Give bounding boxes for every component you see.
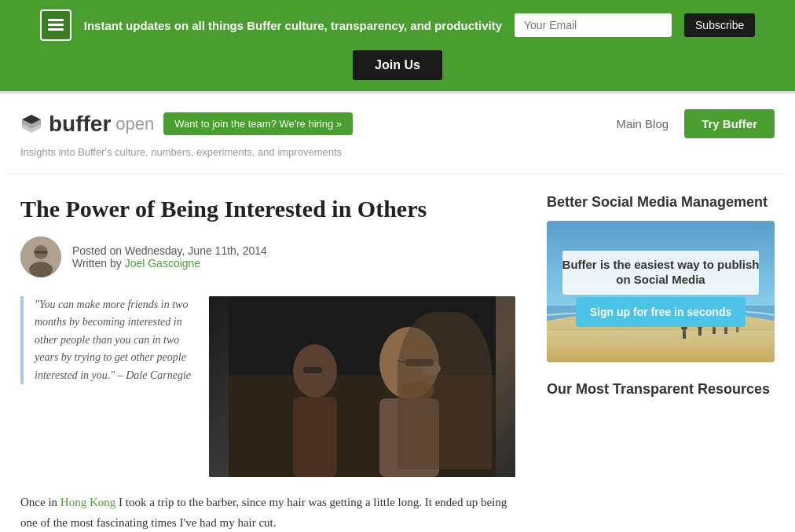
sidebar: Better Social Media Management (547, 193, 775, 532)
subscribe-button[interactable]: Subscribe (684, 13, 755, 37)
article-title: The Power of Being Interested in Others (20, 193, 515, 224)
sidebar-resources-title: Our Most Transparent Resources (547, 381, 775, 398)
buffer-stack-icon (20, 113, 42, 135)
svg-rect-14 (303, 367, 322, 373)
svg-point-17 (422, 362, 441, 375)
ad-headline: Buffer is the easiest way to publish on … (547, 257, 775, 288)
author-name-link[interactable]: Joel Gascoigne (125, 257, 201, 270)
svg-line-19 (398, 361, 405, 362)
logo-text: buffer (49, 112, 111, 137)
main-blog-link[interactable]: Main Blog (616, 117, 669, 130)
main-header: buffer open Want to join the team? We're… (5, 94, 790, 146)
article-body: "You can make more friends in two months… (20, 296, 515, 477)
svg-rect-18 (405, 359, 434, 366)
sidebar-ad-text-overlay: Buffer is the easiest way to publish on … (547, 257, 775, 327)
sidebar-ad: Buffer is the easiest way to publish on … (547, 221, 775, 362)
avatar-svg (20, 237, 61, 277)
svg-rect-11 (229, 375, 496, 477)
signup-free-button[interactable]: Sign up for free in seconds (576, 297, 746, 327)
main-content: The Power of Being Interested in Others … (20, 193, 515, 532)
blockquote-area: "You can make more friends in two months… (20, 296, 193, 477)
author-meta: Posted on Wednesday, June 11th, 2014 Wri… (72, 244, 267, 270)
try-buffer-button[interactable]: Try Buffer (684, 109, 775, 138)
article-blockquote: "You can make more friends in two months… (20, 296, 193, 384)
svg-rect-0 (48, 19, 64, 21)
article-photo-svg (229, 296, 496, 477)
tagline: Insights into Buffer's culture, numbers,… (5, 146, 790, 174)
svg-point-15 (379, 327, 439, 399)
beach-scene-image: Buffer is the easiest way to publish on … (547, 221, 775, 362)
stack-svg (20, 113, 42, 135)
svg-rect-13 (293, 397, 337, 477)
article-image (209, 296, 515, 477)
logo-area: buffer open Want to join the team? We're… (20, 112, 353, 137)
logo-open-text: open (115, 114, 154, 134)
banner-headline: Instant updates on all things Buffer cul… (84, 19, 502, 32)
sidebar-social-media-title: Better Social Media Management (547, 193, 775, 211)
nav-area: Main Blog Try Buffer (616, 109, 775, 138)
post-date: Posted on Wednesday, June 11th, 2014 (72, 244, 267, 257)
hong-kong-link[interactable]: Hong Kong (60, 496, 115, 508)
written-by-label: Written by (72, 257, 122, 270)
svg-point-8 (29, 262, 53, 277)
svg-rect-2 (48, 28, 64, 31)
content-area: The Power of Being Interested in Others … (5, 174, 790, 532)
hiring-button[interactable]: Want to join the team? We're hiring » (163, 112, 353, 135)
author-line: Written by Joel Gascoigne (72, 257, 267, 270)
buffer-icon-svg (46, 16, 65, 35)
buffer-logo-icon (40, 9, 71, 41)
join-us-button[interactable]: Join Us (353, 50, 442, 80)
svg-rect-16 (379, 398, 439, 477)
top-banner: Instant updates on all things Buffer cul… (0, 0, 795, 50)
svg-rect-9 (35, 251, 47, 254)
article-image-placeholder (209, 296, 515, 477)
banner-email-input[interactable] (515, 13, 672, 37)
author-avatar (20, 237, 61, 277)
author-info: Posted on Wednesday, June 11th, 2014 Wri… (20, 237, 515, 277)
svg-rect-1 (48, 24, 64, 26)
article-body-text: Once in Hong Kong I took a trip to the b… (20, 493, 515, 532)
join-us-row: Join Us (0, 50, 795, 91)
svg-point-20 (400, 381, 434, 400)
